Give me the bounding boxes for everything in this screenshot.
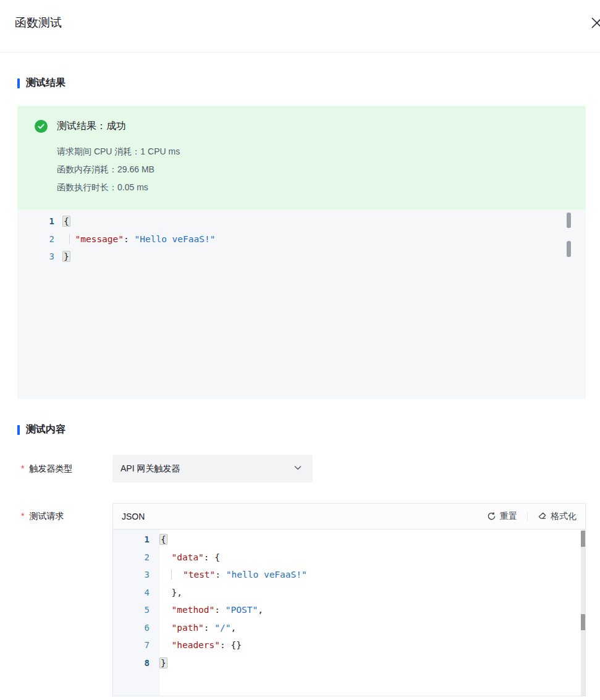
eraser-icon xyxy=(538,512,547,521)
code-text: "message": "Hello veFaaS!" xyxy=(64,230,215,248)
editor-actions: 重置 格式化 xyxy=(487,511,577,522)
section-title-text: 测试结果 xyxy=(26,77,65,90)
drawer-body: 测试结果 测试结果：成功 请求期间 CPU 消耗：1 CPU ms 函数内存消耗… xyxy=(0,77,600,696)
language-badge: JSON xyxy=(122,512,145,521)
refresh-icon xyxy=(487,512,496,521)
test-request-editor-panel: JSON 重置 格式化 xyxy=(112,503,586,696)
line-number: 4 xyxy=(113,584,159,602)
divider xyxy=(527,512,528,521)
result-status-value: 成功 xyxy=(106,120,126,131)
label-text: 测试请求 xyxy=(29,511,64,521)
line-number: 3 xyxy=(17,248,64,266)
result-metrics: 请求期间 CPU 消耗：1 CPU ms 函数内存消耗：29.66 MB 函数执… xyxy=(57,143,568,196)
test-request-code-editor[interactable]: 1{2 "data": {3 "test": "hello veFaaS!"4 … xyxy=(113,529,585,696)
scrollbar-thumb[interactable] xyxy=(581,614,585,630)
line-number: 1 xyxy=(113,531,159,549)
page-title: 函数测试 xyxy=(15,15,62,31)
reset-label: 重置 xyxy=(500,511,517,522)
code-text: { xyxy=(64,213,69,230)
code-text: "data": { xyxy=(159,549,220,567)
metric-value: 0.05 ms xyxy=(117,182,148,192)
chevron-down-icon xyxy=(293,463,303,475)
reset-button[interactable]: 重置 xyxy=(487,511,517,522)
code-line: 2 "message": "Hello veFaaS!" xyxy=(17,230,586,248)
code-text: "headers": {} xyxy=(159,636,242,654)
code-line: 6 "path": "/", xyxy=(113,619,585,637)
line-number: 6 xyxy=(113,619,159,637)
code-text: "method": "POST", xyxy=(159,601,263,619)
code-text: "path": "/", xyxy=(159,619,236,637)
code-line: 3 "test": "hello veFaaS!" xyxy=(113,566,585,584)
section-accent-bar xyxy=(17,425,20,435)
drawer-header: 函数测试 xyxy=(0,0,600,53)
format-button[interactable]: 格式化 xyxy=(538,511,577,522)
test-result-card: 测试结果：成功 请求期间 CPU 消耗：1 CPU ms 函数内存消耗：29.6… xyxy=(17,106,586,209)
format-label: 格式化 xyxy=(551,511,577,522)
section-title-result: 测试结果 xyxy=(17,77,586,90)
section-title-content: 测试内容 xyxy=(17,423,586,436)
scrollbar-thumb[interactable] xyxy=(567,213,571,228)
metric-label: 函数内存消耗： xyxy=(57,164,117,174)
required-asterisk: * xyxy=(21,463,24,473)
code-line: 1{ xyxy=(113,531,585,549)
select-value: API 网关触发器 xyxy=(120,463,293,474)
section-title-text: 测试内容 xyxy=(26,423,65,436)
form-row-trigger-type: *触发器类型 API 网关触发器 xyxy=(17,455,586,483)
scrollbar-thumb[interactable] xyxy=(581,531,585,547)
trigger-type-select[interactable]: API 网关触发器 xyxy=(112,455,313,483)
result-output-editor[interactable]: 1{2 "message": "Hello veFaaS!"3} xyxy=(17,209,586,399)
close-icon[interactable] xyxy=(589,15,600,30)
label-text: 触发器类型 xyxy=(29,463,72,473)
metric-label: 请求期间 CPU 消耗： xyxy=(57,146,140,156)
code-text: } xyxy=(159,654,166,672)
code-text: }, xyxy=(159,584,182,602)
result-status-text: 测试结果：成功 xyxy=(57,120,126,133)
code-text: "test": "hello veFaaS!" xyxy=(159,566,307,584)
code-line: 4 }, xyxy=(113,584,585,602)
editor-toolbar: JSON 重置 格式化 xyxy=(113,504,585,529)
metric-memory: 函数内存消耗：29.66 MB xyxy=(57,161,568,179)
metric-value: 1 CPU ms xyxy=(140,146,180,156)
code-line: 1{ xyxy=(17,213,586,230)
code-text: { xyxy=(159,531,166,549)
line-number: 2 xyxy=(17,230,64,248)
metric-duration: 函数执行时长：0.05 ms xyxy=(57,179,568,196)
line-number: 1 xyxy=(17,213,64,230)
metric-cpu: 请求期间 CPU 消耗：1 CPU ms xyxy=(57,143,568,161)
section-accent-bar xyxy=(17,78,20,88)
test-request-label: *测试请求 xyxy=(17,503,112,522)
scrollbar-thumb[interactable] xyxy=(567,241,571,257)
code-line: 3} xyxy=(17,248,586,266)
check-circle-icon xyxy=(35,120,48,133)
result-status-row: 测试结果：成功 xyxy=(35,120,568,133)
code-line: 7 "headers": {} xyxy=(113,636,585,654)
required-asterisk: * xyxy=(21,511,24,521)
code-line: 5 "method": "POST", xyxy=(113,601,585,619)
trigger-type-label: *触发器类型 xyxy=(17,463,112,474)
code-text: } xyxy=(64,248,69,266)
metric-label: 函数执行时长： xyxy=(57,182,117,192)
code-line: 2 "data": { xyxy=(113,549,585,567)
line-number: 5 xyxy=(113,601,159,619)
metric-value: 29.66 MB xyxy=(117,164,154,174)
code-line: 8} xyxy=(113,654,585,672)
scrollbar-track[interactable] xyxy=(581,529,585,696)
form-row-test-request: *测试请求 JSON 重置 xyxy=(17,503,586,696)
line-number: 8 xyxy=(113,654,159,672)
result-status-label: 测试结果： xyxy=(57,120,106,131)
line-number: 2 xyxy=(113,549,159,567)
line-number: 3 xyxy=(113,566,159,584)
line-number: 7 xyxy=(113,636,159,654)
